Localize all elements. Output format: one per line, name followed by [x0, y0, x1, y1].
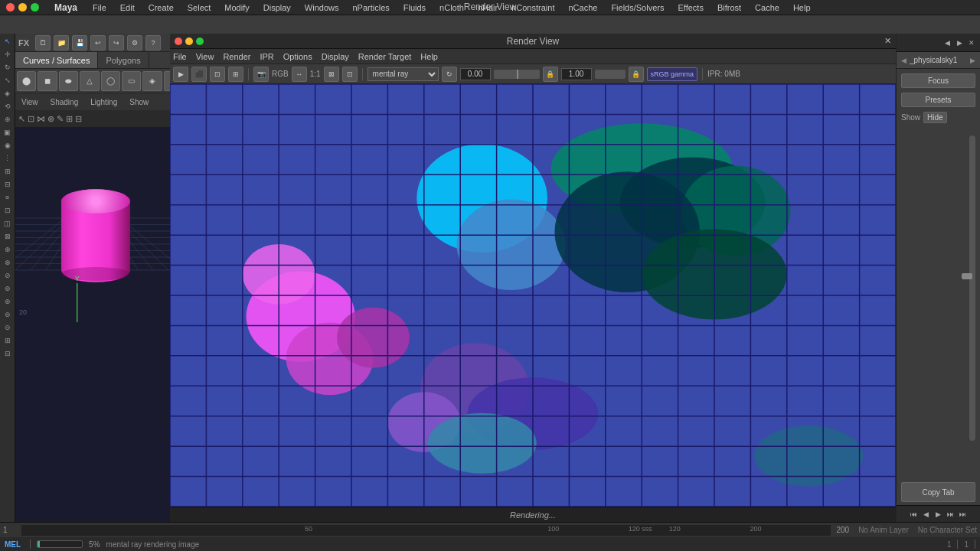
vp-icon-paint[interactable]: ✎ — [57, 114, 64, 124]
tool-r20[interactable]: ⊚ — [2, 282, 14, 295]
vp-icon-grid[interactable]: ⊞ — [66, 114, 73, 124]
render-btn-1[interactable]: ▶ — [173, 67, 188, 82]
shelf-sphere[interactable]: ⬤ — [17, 71, 36, 91]
tool-r16[interactable]: ⊠ — [2, 230, 14, 243]
new-scene-btn[interactable]: 🗒 — [35, 35, 51, 51]
render-btn-2[interactable]: ⬛ — [191, 67, 207, 82]
tool-r15[interactable]: ◫ — [2, 217, 14, 230]
tab-polygons[interactable]: Polygons — [98, 52, 149, 68]
exposure-lock[interactable]: 🔒 — [543, 67, 558, 82]
focus-btn[interactable]: Focus — [901, 73, 975, 88]
menu-fluids[interactable]: Fluids — [402, 3, 427, 12]
tool-r10[interactable]: ⋮ — [2, 152, 14, 165]
vp-icon-snap[interactable]: ⊟ — [75, 114, 82, 124]
tool-r12[interactable]: ⊟ — [2, 178, 14, 191]
rp-icon-3[interactable]: ✕ — [966, 37, 977, 48]
gamma-input[interactable] — [561, 68, 592, 80]
r-menu-options[interactable]: Options — [283, 52, 312, 61]
menu-select[interactable]: Select — [186, 3, 213, 12]
render-btn-4[interactable]: ⊞ — [228, 67, 243, 82]
nav-first[interactable]: ⏮ — [909, 509, 920, 520]
menu-help[interactable]: Help — [792, 3, 812, 12]
vp-shading-btn[interactable]: Shading — [47, 97, 82, 107]
menu-fields[interactable]: Fields/Solvers — [609, 3, 665, 12]
tool-r19[interactable]: ⊘ — [2, 269, 14, 282]
render-btn-7[interactable]: ⊠ — [324, 67, 339, 82]
ps-arrow-left[interactable]: ◀ — [901, 57, 906, 64]
tool-r9[interactable]: ◉ — [2, 139, 14, 152]
shelf-s7[interactable]: ◈ — [142, 71, 162, 91]
render-win-maximize[interactable] — [196, 37, 204, 45]
exposure-slider[interactable] — [494, 70, 540, 79]
open-btn[interactable]: 📁 — [54, 35, 69, 51]
undo-btn[interactable]: ↩ — [90, 35, 106, 51]
tool-r6[interactable]: ⟲ — [2, 100, 14, 112]
r-menu-file[interactable]: File — [173, 52, 187, 61]
tool-r18[interactable]: ⊗ — [2, 256, 14, 269]
menu-create[interactable]: Create — [147, 3, 175, 12]
menu-file[interactable]: File — [91, 3, 108, 12]
save-btn[interactable]: 💾 — [72, 35, 87, 51]
nav-prev[interactable]: ◀ — [921, 509, 932, 520]
shelf-torus[interactable]: ◯ — [101, 71, 120, 91]
vp-view-btn[interactable]: View — [18, 97, 41, 107]
tool-r17[interactable]: ⊕ — [2, 243, 14, 256]
tool-r22[interactable]: ⊜ — [2, 308, 14, 321]
r-menu-display[interactable]: Display — [322, 52, 349, 61]
r-menu-render[interactable]: Render — [223, 52, 250, 61]
render-btn-8[interactable]: ⊡ — [342, 67, 358, 82]
menu-bifrost[interactable]: Bifrost — [716, 3, 743, 12]
render-win-close-x[interactable]: ✕ — [884, 36, 891, 46]
tool-r21[interactable]: ⊛ — [2, 295, 14, 308]
tab-curves-surfaces[interactable]: Curves / Surfaces — [15, 52, 98, 68]
tool-select[interactable]: ↖ — [2, 35, 14, 47]
shelf-cone[interactable]: △ — [80, 71, 99, 91]
hide-btn[interactable]: Hide — [923, 112, 947, 123]
tool-r13[interactable]: ≡ — [2, 191, 14, 204]
tool-r8[interactable]: ▣ — [2, 126, 14, 139]
r-menu-help[interactable]: Help — [420, 52, 438, 61]
srgb-gamma-btn[interactable]: sRGB gamma — [647, 67, 698, 81]
renderer-select[interactable]: mental ray Arnold Maya Software — [368, 67, 439, 81]
vp-icon-arrow[interactable]: ↖ — [18, 114, 25, 124]
nav-end[interactable]: ⏭ — [958, 509, 969, 520]
menu-edit[interactable]: Edit — [119, 3, 136, 12]
ps-arrow-right[interactable]: ▶ — [970, 57, 975, 64]
render-btn-5[interactable]: 📷 — [253, 67, 269, 82]
gamma-slider[interactable] — [595, 70, 626, 79]
tool-r7[interactable]: ⊕ — [2, 113, 14, 126]
close-button[interactable] — [6, 3, 15, 11]
vp-icon-frame[interactable]: ⊡ — [28, 114, 34, 124]
tool-r5[interactable]: ◈ — [2, 87, 14, 99]
menu-nparticles[interactable]: nParticles — [351, 3, 390, 12]
maximize-button[interactable] — [31, 3, 39, 11]
rp-icon-2[interactable]: ▶ — [954, 37, 965, 48]
tool-r25[interactable]: ⊟ — [2, 347, 14, 360]
menu-display[interactable]: Display — [262, 3, 292, 12]
menu-ncache[interactable]: nCache — [567, 3, 599, 12]
render-btn-6[interactable]: ↔ — [292, 67, 307, 82]
r-menu-ipr[interactable]: IPR — [260, 52, 273, 61]
nav-last[interactable]: ⏭ — [946, 509, 956, 520]
tool-move[interactable]: ✛ — [2, 48, 14, 60]
copy-tab-button[interactable]: Copy Tab — [901, 482, 975, 502]
tool-r23[interactable]: ⊝ — [2, 321, 14, 334]
tool-r24[interactable]: ⊞ — [2, 334, 14, 347]
menu-effects[interactable]: Effects — [676, 3, 704, 12]
vp-icon-lasso[interactable]: ⊕ — [47, 114, 54, 124]
tool-scale[interactable]: ⤡ — [2, 74, 14, 86]
rp-icon-1[interactable]: ◀ — [942, 37, 952, 48]
shelf-cube[interactable]: ◼ — [38, 71, 57, 91]
render-btn-3[interactable]: ⊡ — [210, 67, 225, 82]
help-btn[interactable]: ? — [145, 35, 161, 51]
refresh-btn[interactable]: ↻ — [442, 67, 457, 82]
redo-btn[interactable]: ↪ — [109, 35, 124, 51]
shelf-cylinder[interactable]: ⬬ — [59, 71, 78, 91]
menu-ncloth[interactable]: nCloth — [438, 3, 466, 12]
gamma-lock[interactable]: 🔒 — [629, 67, 644, 82]
settings-btn[interactable]: ⚙ — [127, 35, 142, 51]
tool-r14[interactable]: ⊡ — [2, 204, 14, 217]
presets-btn[interactable]: Presets — [901, 93, 975, 107]
vp-show-btn[interactable]: Show — [126, 97, 152, 107]
menu-modify[interactable]: Modify — [223, 3, 250, 12]
